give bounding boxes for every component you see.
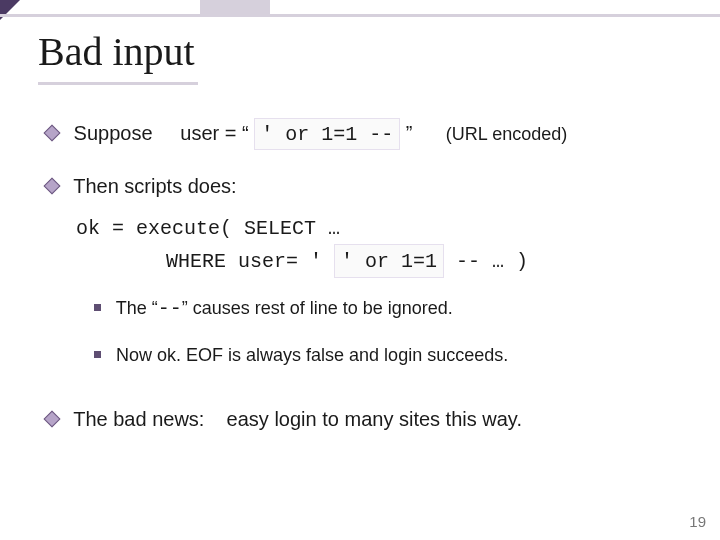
bullet-then-scripts: Then scripts does: [46, 172, 696, 201]
user-equals: user = “ [180, 122, 248, 144]
diamond-bullet-icon [44, 124, 61, 141]
dashdash-code: -- [158, 297, 182, 320]
sub2-text: Now ok. EOF is always false and login su… [116, 345, 508, 365]
code-line-2: WHERE user= ' ' or 1=1 -- … ) [166, 244, 696, 278]
sub-bullet-dashdash: The “--” causes rest of line to be ignor… [94, 294, 696, 324]
suppose-text: Suppose [74, 122, 153, 144]
bullet-bad-news: The bad news: easy login to many sites t… [46, 405, 696, 434]
corner-decoration [0, 0, 20, 20]
where-clause-b: -- … ) [456, 250, 528, 273]
close-quote: ” [406, 122, 413, 144]
where-clause-a: WHERE user= ' [166, 250, 322, 273]
page-number: 19 [689, 513, 706, 530]
square-bullet-icon [94, 351, 101, 358]
slide-body: Suppose user = “ ' or 1=1 -- ” (URL enco… [46, 110, 696, 446]
code-line-1: ok = execute( SELECT … [76, 213, 696, 244]
title-underline [38, 82, 198, 85]
top-rule [0, 14, 720, 17]
then-scripts-text: Then scripts does: [73, 175, 236, 197]
url-encoded-note: (URL encoded) [446, 124, 567, 144]
sub1-c: ” causes rest of line to be ignored. [182, 298, 453, 318]
diamond-bullet-icon [44, 177, 61, 194]
slide-title: Bad input [38, 28, 195, 75]
bullet-suppose: Suppose user = “ ' or 1=1 -- ” (URL enco… [46, 118, 696, 150]
sub1-a: The “ [116, 298, 158, 318]
top-accent-block [200, 0, 270, 14]
user-input-box: ' or 1=1 -- [254, 118, 400, 150]
sub-bullet-ok-eof: Now ok. EOF is always false and login su… [94, 342, 696, 369]
diamond-bullet-icon [44, 410, 61, 427]
bad-news-text: The bad news: easy login to many sites t… [73, 408, 522, 430]
injected-box: ' or 1=1 [334, 244, 444, 278]
square-bullet-icon [94, 304, 101, 311]
